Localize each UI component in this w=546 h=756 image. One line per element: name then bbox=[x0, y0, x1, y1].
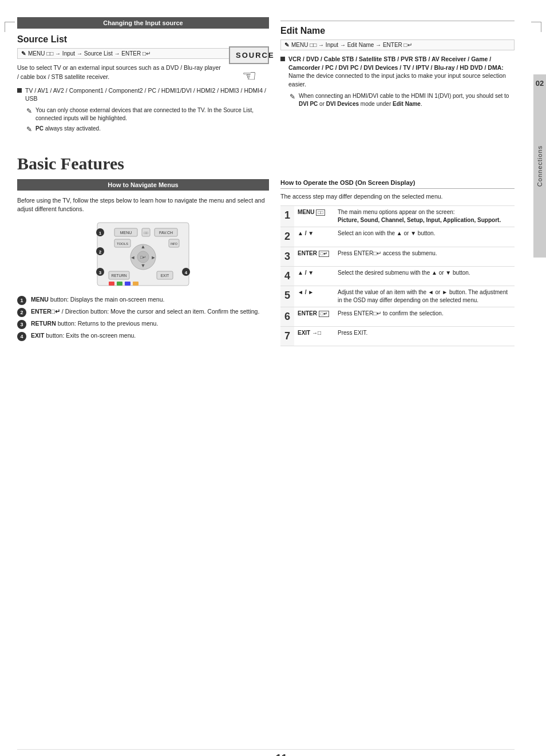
bottom-columns: How to Navigate Menus Before using the T… bbox=[17, 179, 515, 347]
osd-row-1: 1 MENU □□ The main menu options appear o… bbox=[280, 206, 515, 227]
svg-text:TOOLS: TOOLS bbox=[117, 242, 128, 246]
basic-features-title: Basic Features bbox=[17, 154, 515, 173]
osd-title: How to Operate the OSD (On Screen Displa… bbox=[280, 179, 515, 189]
remote-svg: MENU □□ FAV.CH TOOLS INFO bbox=[80, 220, 206, 288]
svg-text:EXIT: EXIT bbox=[161, 274, 169, 278]
source-image-area: SOURCE ☜ bbox=[229, 46, 269, 85]
num-3-text: RETURN button: Returns to the previous m… bbox=[31, 319, 158, 329]
osd-row-5-num: 5 bbox=[280, 286, 294, 307]
edit-name-menu-path: ✎ MENU □□ → Input → Edit Name → ENTER □↵ bbox=[280, 39, 515, 50]
edit-name-divider bbox=[280, 21, 515, 21]
svg-text:MENU: MENU bbox=[120, 231, 132, 235]
num-row-2: 2 ENTER□↵ / Direction button: Move the c… bbox=[17, 307, 269, 317]
side-tab: 02 Connections bbox=[533, 74, 546, 258]
svg-text:▼: ▼ bbox=[141, 263, 146, 268]
num-2-icon: 2 bbox=[17, 308, 26, 317]
left-column: Changing the Input source Source List ✎ … bbox=[17, 17, 269, 137]
osd-row-3: 3 ENTER □↵ Press ENTER□↵ access the subm… bbox=[280, 247, 515, 266]
bottom-right: How to Operate the OSD (On Screen Displa… bbox=[280, 179, 515, 347]
osd-row-3-key: ENTER □↵ bbox=[294, 247, 334, 266]
footer: BN68-02756A_Eng.indb 11 English 11 2010-… bbox=[17, 749, 515, 756]
edit-name-note-text: When connecting an HDMI/DVI cable to the… bbox=[299, 92, 515, 108]
osd-row-5: 5 ◄ / ► Adjust the value of an item with… bbox=[280, 286, 515, 307]
osd-row-6: 6 ENTER □↵ Press ENTER□↵ to confirm the … bbox=[280, 307, 515, 326]
osd-row-6-num: 6 bbox=[280, 307, 294, 326]
osd-row-7-desc: Press EXIT. bbox=[334, 327, 515, 346]
nav-menus-header: How to Navigate Menus bbox=[17, 179, 269, 191]
note-icon-1: ✎ bbox=[26, 106, 32, 122]
osd-row-4: 4 ▲ / ▼ Select the desired submenu with … bbox=[280, 266, 515, 286]
svg-text:RETURN: RETURN bbox=[111, 274, 126, 278]
note-item-2: ✎ PC always stay activated. bbox=[26, 125, 269, 134]
num-3-icon: 3 bbox=[17, 320, 26, 329]
basic-features-section: Basic Features How to Navigate Menus Bef… bbox=[17, 154, 515, 347]
osd-row-2-num: 2 bbox=[280, 227, 294, 247]
osd-row-2: 2 ▲ / ▼ Select an icon with the ▲ or ▼ b… bbox=[280, 227, 515, 247]
note-item-1: ✎ You can only choose external devices t… bbox=[26, 106, 269, 122]
num-2-text: ENTER□↵ / Direction button: Move the cur… bbox=[31, 307, 259, 317]
osd-row-4-key: ▲ / ▼ bbox=[294, 266, 334, 286]
num-1-text: MENU button: Displays the main on-screen… bbox=[31, 295, 164, 305]
num-row-3: 3 RETURN button: Returns to the previous… bbox=[17, 319, 269, 329]
num-1-icon: 1 bbox=[17, 296, 26, 305]
edit-name-title: Edit Name bbox=[280, 26, 515, 36]
osd-row-5-key: ◄ / ► bbox=[294, 286, 334, 307]
source-label-text: SOURCE bbox=[236, 51, 275, 60]
svg-text:2: 2 bbox=[99, 250, 102, 255]
osd-row-7-key: EXIT →□ bbox=[294, 327, 334, 346]
svg-text:□□: □□ bbox=[144, 231, 148, 235]
svg-rect-25 bbox=[133, 282, 139, 286]
edit-name-note: ✎ When connecting an HDMI/DVI cable to t… bbox=[290, 92, 515, 108]
page-number: 11 bbox=[276, 753, 287, 756]
osd-row-4-num: 4 bbox=[280, 266, 294, 286]
bottom-left: How to Navigate Menus Before using the T… bbox=[17, 179, 269, 347]
osd-row-2-desc: Select an icon with the ▲ or ▼ button. bbox=[334, 227, 515, 247]
num-4-icon: 4 bbox=[17, 332, 26, 341]
bullet-square-edit bbox=[280, 57, 285, 61]
svg-text:INFO: INFO bbox=[171, 242, 177, 246]
osd-row-1-num: 1 bbox=[280, 206, 294, 227]
edit-name-bullet-text: VCR / DVD / Cable STB / Satellite STB / … bbox=[288, 55, 515, 89]
bullet-square-icon bbox=[17, 88, 22, 93]
edit-name-bullet: VCR / DVD / Cable STB / Satellite STB / … bbox=[280, 55, 515, 89]
bullet-tv-text: TV / AV1 / AV2 / Component1 / Component2… bbox=[25, 86, 269, 103]
osd-row-5-desc: Adjust the value of an item with the ◄ o… bbox=[334, 286, 515, 307]
section-header-changing-input: Changing the Input source bbox=[17, 17, 269, 29]
osd-table: 1 MENU □□ The main menu options appear o… bbox=[280, 205, 515, 346]
nav-description: Before using the TV, follow the steps be… bbox=[17, 196, 269, 215]
top-section: Changing the Input source Source List ✎ … bbox=[17, 17, 515, 137]
svg-text:3: 3 bbox=[99, 270, 102, 275]
svg-text:1: 1 bbox=[99, 231, 102, 236]
svg-text:4: 4 bbox=[185, 270, 188, 275]
osd-row-1-desc: The main menu options appear on the scre… bbox=[334, 206, 515, 227]
edit-name-path-text: MENU □□ → Input → Edit Name → ENTER □↵ bbox=[291, 42, 412, 48]
osd-row-4-desc: Select the desired submenu with the ▲ or… bbox=[334, 266, 515, 286]
source-list-path-text: MENU □□ → Input → Source List → ENTER □↵ bbox=[28, 50, 151, 57]
svg-rect-22 bbox=[109, 282, 114, 286]
numbered-list: 1 MENU button: Displays the main on-scre… bbox=[17, 295, 269, 341]
svg-text:►: ► bbox=[151, 255, 156, 260]
svg-rect-24 bbox=[125, 282, 130, 286]
num-row-1: 1 MENU button: Displays the main on-scre… bbox=[17, 295, 269, 305]
menu-icon-edit: ✎ bbox=[284, 42, 289, 48]
remote-illustration: MENU □□ FAV.CH TOOLS INFO bbox=[17, 220, 269, 290]
menu-icon-source: ✎ bbox=[21, 50, 26, 57]
source-label-box: SOURCE bbox=[229, 46, 269, 64]
source-list-title: Source List bbox=[17, 34, 269, 45]
main-content: Changing the Input source Source List ✎ … bbox=[17, 17, 515, 346]
osd-row-6-desc: Press ENTER□↵ to confirm the selection. bbox=[334, 307, 515, 326]
svg-rect-23 bbox=[117, 282, 122, 286]
svg-text:◄: ◄ bbox=[130, 255, 136, 260]
bullet-item-tv: TV / AV1 / AV2 / Component1 / Component2… bbox=[17, 86, 269, 103]
source-list-content: SOURCE ☜ Use to select TV or an external… bbox=[17, 64, 269, 134]
note-text-2: PC always stay activated. bbox=[35, 125, 101, 134]
page-num-area: English 11 bbox=[255, 753, 287, 756]
corner-mark-tl bbox=[5, 22, 15, 32]
page: 02 Connections Changing the Input source… bbox=[0, 17, 546, 756]
osd-row-7: 7 EXIT →□ Press EXIT. bbox=[280, 327, 515, 346]
right-column: Edit Name ✎ MENU □□ → Input → Edit Name … bbox=[280, 17, 515, 137]
source-hand-icon: ☜ bbox=[229, 66, 269, 85]
num-row-4: 4 EXIT button: Exits the on-screen menu. bbox=[17, 331, 269, 341]
side-tab-number: 02 bbox=[536, 79, 544, 88]
svg-text:□↵: □↵ bbox=[140, 255, 146, 259]
